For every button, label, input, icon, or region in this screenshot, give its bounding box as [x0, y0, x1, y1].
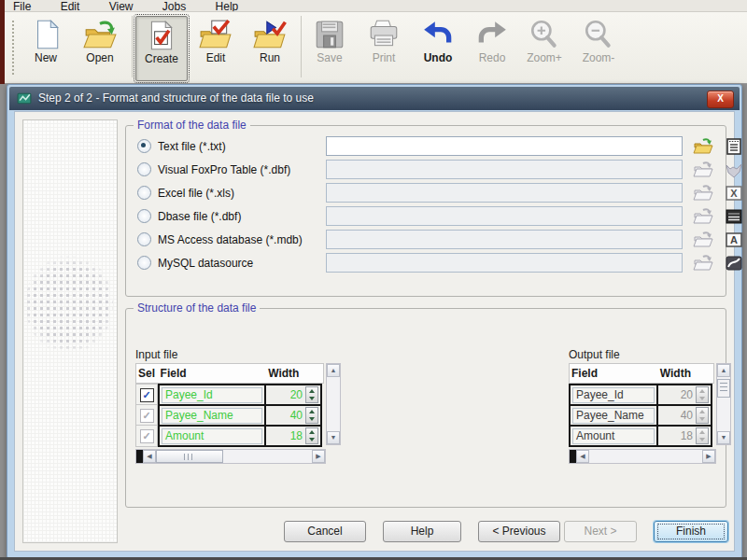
scrollbar-corner — [136, 450, 143, 463]
scroll-left-icon[interactable]: ◀ — [576, 450, 589, 463]
undo-button[interactable]: Undo — [413, 16, 463, 79]
row-select-checkbox[interactable]: ✓ — [140, 429, 154, 443]
field-name-cell[interactable]: Amount — [162, 428, 262, 444]
option-label-excel: Excel file (*.xls) — [158, 187, 326, 200]
format-group-label: Format of the data file — [134, 119, 250, 132]
mysql-path-input — [326, 253, 683, 273]
width-value[interactable]: 18 — [290, 429, 303, 442]
row-select-cell: ✓ — [135, 384, 158, 406]
help-button[interactable]: Help — [383, 521, 461, 542]
redo-button: Redo — [467, 16, 517, 79]
toolbar-separator — [132, 16, 133, 77]
edit-button[interactable]: Edit — [190, 16, 241, 79]
width-spinner[interactable] — [305, 427, 318, 444]
open-button[interactable]: Open — [75, 16, 125, 79]
create-check-page-icon — [145, 20, 178, 51]
table-row: Amount 18 — [569, 425, 714, 447]
format-option-row: MySQL datasource — [126, 251, 726, 274]
zoom-in-button: Zoom+ — [519, 16, 570, 79]
wizard-watermark-panel — [22, 119, 118, 543]
edit-label: Edit — [190, 51, 241, 64]
menu-jobs[interactable]: Jobs — [149, 0, 199, 12]
cancel-button[interactable]: Cancel — [284, 521, 366, 542]
dialog-app-icon — [17, 91, 33, 106]
run-button[interactable]: Run — [245, 16, 295, 79]
run-label: Run — [245, 51, 295, 64]
radio-access[interactable] — [137, 232, 151, 246]
dbase-path-input — [326, 206, 683, 226]
option-label-mysql: MySQL datasource — [158, 257, 326, 270]
hscroll-track[interactable] — [223, 450, 312, 463]
application-window: File Edit View Jobs Help New Open Create… — [0, 0, 747, 560]
row-select-cell: ✓ — [135, 404, 158, 427]
scroll-up-icon[interactable]: ▲ — [327, 364, 340, 377]
sphere-watermark — [25, 253, 113, 356]
browse-folder-icon[interactable] — [692, 137, 713, 156]
field-name-cell[interactable]: Payee_Id — [572, 387, 655, 403]
new-label: New — [21, 51, 71, 64]
width-value[interactable]: 20 — [290, 388, 303, 401]
radio-dbase[interactable] — [137, 209, 151, 223]
width-spinner[interactable] — [305, 386, 318, 403]
zoom-in-label: Zoom+ — [519, 51, 570, 64]
finish-button[interactable]: Finish — [654, 521, 728, 542]
row-select-checkbox[interactable]: ✓ — [140, 388, 154, 402]
dialog-body: Format of the data file Text file (*.txt… — [14, 111, 735, 552]
output-table-vscrollbar[interactable]: ▲ ▼ — [716, 363, 731, 445]
input-table-hscrollbar[interactable]: ◀ ▶ — [135, 449, 326, 464]
open-folder-icon — [83, 19, 117, 50]
input-file-table: Sel Field Width ✓ Payee_Id 20 — [135, 363, 324, 447]
scroll-right-icon[interactable]: ▶ — [312, 450, 325, 463]
scroll-down-icon[interactable]: ▼ — [717, 431, 730, 444]
radio-text-file[interactable] — [137, 139, 151, 153]
scrollbar-corner — [570, 450, 576, 463]
save-button: Save — [304, 16, 355, 79]
radio-mysql[interactable] — [137, 256, 151, 270]
zoom-in-magnifier-icon — [528, 19, 561, 50]
text-file-type-icon[interactable] — [723, 137, 744, 156]
header-sel: Sel — [136, 367, 159, 380]
scroll-up-icon[interactable]: ▲ — [717, 364, 730, 377]
radio-excel[interactable] — [137, 186, 151, 200]
menu-edit[interactable]: Edit — [48, 0, 93, 12]
scroll-down-icon[interactable]: ▼ — [327, 431, 340, 444]
table-row: ✓ Payee_Name 40 — [135, 404, 324, 427]
output-table-hscrollbar[interactable]: ◀ ▶ — [569, 449, 716, 464]
new-button[interactable]: New — [21, 16, 71, 79]
menu-file[interactable]: File — [0, 0, 44, 12]
dialog-content: Format of the data file Text file (*.txt… — [120, 116, 730, 547]
option-label-access: MS Access database (*.mdb) — [158, 233, 326, 246]
create-button[interactable]: Create — [135, 16, 188, 81]
redo-label: Redo — [467, 51, 517, 64]
zoom-out-button: Zoom- — [573, 16, 624, 79]
close-icon[interactable]: X — [707, 91, 734, 108]
field-name-cell[interactable]: Amount — [572, 428, 655, 444]
format-option-row: Dbase file (*.dbf) — [126, 204, 726, 228]
previous-button[interactable]: < Previous — [478, 521, 560, 542]
hscroll-track[interactable] — [589, 450, 702, 463]
print-printer-icon — [367, 19, 401, 50]
menu-view[interactable]: View — [96, 0, 147, 12]
foxpro-type-icon — [723, 161, 744, 179]
radio-foxpro[interactable] — [137, 162, 151, 176]
field-name-cell[interactable]: Payee_Name — [162, 408, 262, 424]
menu-help[interactable]: Help — [203, 0, 252, 12]
vscroll-thumb[interactable] — [717, 379, 730, 398]
scroll-right-icon[interactable]: ▶ — [702, 450, 715, 463]
option-label-dbase: Dbase file (*.dbf) — [158, 210, 326, 223]
hscroll-thumb[interactable] — [156, 450, 223, 463]
text-file-path-input[interactable] — [326, 136, 683, 156]
field-name-cell[interactable]: Payee_Id — [162, 387, 262, 403]
width-value[interactable]: 40 — [290, 409, 303, 422]
mysql-type-icon — [723, 254, 744, 273]
width-spinner[interactable] — [305, 407, 318, 424]
scroll-left-icon[interactable]: ◀ — [143, 450, 156, 463]
toolbar-gripper[interactable] — [12, 21, 14, 75]
field-name-cell[interactable]: Payee_Name — [572, 408, 655, 424]
header-width: Width — [658, 367, 713, 380]
row-select-checkbox[interactable]: ✓ — [140, 409, 154, 423]
toolbar: New Open Create Edit Run Save Print Und — [0, 12, 747, 84]
dialog-titlebar[interactable]: Step 2 of 2 - Format and structure of th… — [9, 87, 740, 110]
excel-path-input — [326, 183, 683, 203]
input-table-vscrollbar[interactable]: ▲ ▼ — [326, 363, 341, 445]
